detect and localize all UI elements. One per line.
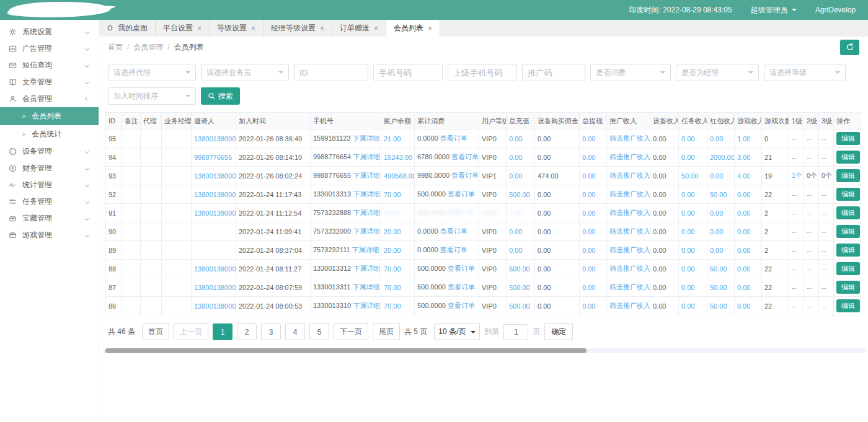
filter-promo-income-link[interactable]: 筛选推广收入 bbox=[609, 227, 650, 235]
game-income-link[interactable]: 0.00 bbox=[737, 284, 750, 291]
game-income-link[interactable]: 0.00 bbox=[737, 209, 750, 217]
filter-promo-income-link[interactable]: 筛选推广收入 bbox=[609, 153, 650, 160]
task-income-link[interactable]: 0.00 bbox=[681, 284, 694, 291]
page-button-4[interactable]: 4 bbox=[285, 323, 305, 340]
view-order-link[interactable]: 查看订单 bbox=[448, 209, 475, 216]
sidebar-item-stats[interactable]: 统计管理 bbox=[0, 177, 99, 193]
sub-detail-link[interactable]: 下属详细 bbox=[353, 190, 380, 198]
promo-code-input[interactable] bbox=[522, 64, 585, 81]
sub-detail-link[interactable]: 下属详细 bbox=[353, 302, 380, 309]
sidebar-item-image[interactable]: 广告管理 bbox=[0, 40, 99, 57]
inviter-link[interactable]: 13800138000 bbox=[194, 302, 236, 310]
consume-select[interactable]: 是否消费 bbox=[590, 64, 671, 81]
filter-promo-income-link[interactable]: 筛选推广收入 bbox=[609, 172, 650, 179]
tab-平台设置[interactable]: 平台设置× bbox=[156, 20, 210, 37]
goto-page-input[interactable] bbox=[503, 324, 528, 340]
game-income-link[interactable]: 0.00 bbox=[737, 228, 750, 235]
task-income-link[interactable]: 0.00 bbox=[681, 154, 694, 161]
view-order-link[interactable]: 查看订单 bbox=[451, 172, 479, 179]
refresh-button[interactable] bbox=[840, 40, 859, 55]
withdraw-link[interactable]: 0.00 bbox=[582, 284, 595, 291]
page-size-select[interactable]: 10 条/页 bbox=[434, 323, 480, 340]
game-income-link[interactable]: 3.00 bbox=[737, 154, 750, 161]
close-icon[interactable]: × bbox=[197, 25, 202, 32]
withdraw-link[interactable]: 0.00 bbox=[582, 247, 595, 254]
edit-button[interactable]: 编辑 bbox=[836, 151, 860, 164]
redpack-income-link[interactable]: 0.00 bbox=[710, 172, 723, 180]
next-page-button[interactable]: 下一页 bbox=[334, 323, 368, 340]
balance-link[interactable]: 20.00 bbox=[384, 247, 401, 254]
sub-detail-link[interactable]: 下属详细 bbox=[353, 265, 380, 272]
redpack-income-link[interactable]: 50.00 bbox=[710, 265, 727, 273]
sidebar-item-book[interactable]: 文章管理 bbox=[0, 74, 99, 90]
prev-page-button[interactable]: 上一页 bbox=[174, 323, 208, 340]
withdraw-link[interactable]: 0.00 bbox=[582, 172, 595, 180]
recharge-link[interactable]: 0.00 bbox=[509, 247, 522, 254]
sub-detail-link[interactable]: 下属详细 bbox=[353, 227, 380, 235]
first-page-button[interactable]: 首页 bbox=[142, 323, 169, 340]
redpack-income-link[interactable]: 50.00 bbox=[710, 191, 727, 198]
withdraw-link[interactable]: 0.00 bbox=[582, 302, 595, 310]
close-icon[interactable]: × bbox=[251, 25, 255, 32]
edit-button[interactable]: 编辑 bbox=[836, 188, 860, 201]
filter-promo-income-link[interactable]: 筛选推广收入 bbox=[609, 134, 650, 142]
agent-select[interactable]: 请选择代理 bbox=[108, 64, 196, 81]
horizontal-scrollbar[interactable] bbox=[103, 348, 866, 353]
edit-button[interactable]: 编辑 bbox=[836, 281, 860, 294]
sidebar-item-game[interactable]: 游戏管理 bbox=[0, 227, 99, 244]
tab-等级设置[interactable]: 等级设置× bbox=[210, 20, 264, 37]
sidebar-item-finance[interactable]: 财务管理 bbox=[0, 160, 99, 177]
filter-promo-income-link[interactable]: 筛选推广收入 bbox=[609, 302, 650, 309]
task-income-link[interactable]: 0.00 bbox=[681, 265, 694, 273]
withdraw-link[interactable]: 0.00 bbox=[582, 191, 595, 198]
id-input[interactable] bbox=[294, 64, 368, 81]
edit-button[interactable]: 编辑 bbox=[836, 206, 860, 219]
role-dropdown[interactable]: 超级管理员 bbox=[751, 5, 797, 15]
level-count-link[interactable]: 1个 bbox=[792, 172, 802, 179]
recharge-link[interactable]: 500.00 bbox=[509, 265, 530, 273]
parent-phone-input[interactable] bbox=[448, 64, 517, 81]
close-icon[interactable]: × bbox=[428, 25, 432, 32]
sub-detail-link[interactable]: 下属详细 bbox=[353, 153, 380, 160]
page-button-3[interactable]: 3 bbox=[261, 323, 281, 340]
sub-detail-link[interactable]: 下属详细 bbox=[352, 283, 379, 291]
breadcrumb-item[interactable]: 会员列表 bbox=[174, 43, 204, 51]
inviter-link[interactable]: 9988776655 bbox=[194, 154, 232, 161]
recharge-link[interactable]: 0.00 bbox=[509, 209, 522, 217]
balance-link[interactable]: 70.00 bbox=[384, 265, 401, 273]
game-income-link[interactable]: 4.00 bbox=[737, 172, 750, 180]
redpack-income-link[interactable]: 0.00 bbox=[710, 135, 723, 143]
withdraw-link[interactable]: 0.00 bbox=[582, 135, 595, 143]
scrollbar-thumb[interactable] bbox=[105, 348, 587, 353]
edit-button[interactable]: 编辑 bbox=[836, 262, 860, 275]
search-button[interactable]: 搜索 bbox=[201, 87, 240, 105]
view-order-link[interactable]: 查看订单 bbox=[440, 246, 467, 253]
recharge-link[interactable]: 500.00 bbox=[509, 284, 530, 291]
view-order-link[interactable]: 查看订单 bbox=[448, 283, 475, 291]
inviter-link[interactable]: 13800138000 bbox=[194, 265, 236, 273]
task-income-link[interactable]: 0.00 bbox=[681, 191, 694, 198]
view-order-link[interactable]: 查看订单 bbox=[448, 190, 475, 198]
view-order-link[interactable]: 查看订单 bbox=[448, 265, 475, 272]
recharge-link[interactable]: 500.00 bbox=[509, 191, 530, 198]
sidebar-item-user[interactable]: 会员管理 bbox=[0, 90, 99, 107]
page-button-5[interactable]: 5 bbox=[309, 323, 329, 340]
sidebar-item-device[interactable]: 设备管理 bbox=[0, 143, 99, 160]
tab-经理等级设置[interactable]: 经理等级设置× bbox=[264, 20, 332, 37]
tab-我的桌面[interactable]: 我的桌面 bbox=[99, 20, 156, 37]
join-time-sort-select[interactable]: 加入时间排序 bbox=[108, 87, 196, 105]
inviter-link[interactable]: 13800138000 bbox=[194, 209, 236, 217]
edit-button[interactable]: 编辑 bbox=[836, 169, 860, 182]
recharge-link[interactable]: 0.00 bbox=[509, 172, 522, 180]
phone-input[interactable] bbox=[373, 64, 443, 81]
sidebar-item-gear[interactable]: 系统设置 bbox=[0, 24, 99, 40]
last-page-button[interactable]: 尾页 bbox=[373, 323, 400, 340]
filter-promo-income-link[interactable]: 筛选推广收入 bbox=[609, 283, 650, 291]
is-manager-select[interactable]: 是否为经理 bbox=[676, 64, 759, 81]
balance-link[interactable]: 20.00 bbox=[384, 228, 401, 235]
view-order-link[interactable]: 查看订单 bbox=[448, 302, 475, 309]
withdraw-link[interactable]: 0.00 bbox=[582, 209, 595, 217]
recharge-link[interactable]: 0.00 bbox=[509, 154, 522, 161]
sub-detail-link[interactable]: 下属详细 bbox=[352, 134, 379, 142]
task-income-link[interactable]: 50.00 bbox=[681, 172, 699, 180]
